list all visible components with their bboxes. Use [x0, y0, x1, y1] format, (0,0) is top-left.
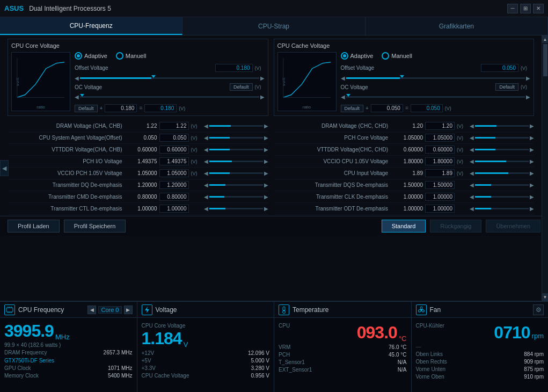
calc-input[interactable]: [105, 104, 137, 112]
manuell-radio[interactable]: [116, 52, 123, 60]
voltage-icon: [142, 304, 152, 315]
temperature-header: Temperature: [274, 302, 411, 318]
offset-slider[interactable]: [80, 77, 259, 79]
tx-cmd-input[interactable]: [159, 193, 189, 201]
tx-dq-input[interactable]: [159, 181, 189, 189]
core-nav-right[interactable]: ▶: [124, 306, 133, 314]
scroll-track[interactable]: [543, 44, 547, 292]
table-row: VCCIO PCH 1.05V Voltage 1.05000 (V) ◀ ▶: [8, 168, 268, 179]
oc-default-btn[interactable]: Default: [230, 83, 253, 91]
calc-result[interactable]: [144, 104, 177, 112]
cpu-core-volt-value: 1.184: [142, 329, 182, 348]
vccio-pch-input[interactable]: [159, 169, 189, 177]
oc-slider[interactable]: [80, 96, 259, 98]
plus5v-value: 5.000 V: [251, 358, 269, 364]
cache-offset-voltage-row: Offset Voltage (V): [341, 64, 531, 72]
dram-freq-label: DRAM Frequency: [4, 350, 47, 355]
cache-manuell-radio[interactable]: [382, 52, 389, 60]
cache-oc-slider-left[interactable]: ◀: [341, 94, 345, 100]
slider-left-arrow[interactable]: ◀: [75, 75, 79, 81]
dram-cha-slider: ◀ ▶: [204, 123, 268, 129]
tab-grafikkarten[interactable]: Grafikkarten: [366, 17, 548, 35]
table-row: DRAM Voltage (CHC, CHD) 1.20 (V) ◀ ▶: [274, 120, 535, 132]
core-nav-left[interactable]: ◀: [87, 306, 96, 314]
cache-calc-result[interactable]: [411, 104, 443, 112]
scroll-up-arrow[interactable]: ▲: [542, 35, 549, 43]
cache-oc-slider-right[interactable]: ▶: [526, 94, 530, 100]
offset-voltage-input[interactable]: [215, 64, 253, 72]
cache-slider-right[interactable]: ▶: [526, 75, 530, 81]
cpu-sav-input[interactable]: [159, 134, 189, 142]
oc-slider-right[interactable]: ▶: [260, 94, 265, 100]
temperature-title: Temperature: [293, 306, 328, 314]
dram-freq-row: DRAM Frequency 2657.3 MHz: [4, 350, 133, 355]
mem-clock-row: Memory Clock 5400 MHz: [4, 373, 133, 379]
vorne-oben-label: Vorne Oben: [416, 374, 444, 380]
fan-settings-button[interactable]: ⚙: [533, 304, 544, 315]
pch-io-input[interactable]: [159, 157, 189, 165]
dram-chc-input[interactable]: [425, 122, 455, 130]
cpu-freq-title: CPU Frequency: [18, 306, 64, 314]
cache-eq-label: =: [405, 105, 408, 111]
rueckgangig-button[interactable]: Rückgangig: [430, 220, 481, 233]
tx-dqs-input[interactable]: [425, 181, 455, 189]
left-voltage-table: DRAM Voltage (CHA, CHB) 1.22 (V) ◀ ▶ CPU…: [8, 120, 268, 215]
voltage-monitor-body: CPU Core Voltage 1.184 V +12V 12.096 V +…: [137, 318, 274, 392]
vorne-unten-label: Vorne Unten: [416, 366, 446, 372]
cpu-fan-label: CPU-Kühler: [416, 323, 444, 343]
calc-default-btn[interactable]: Default: [75, 105, 98, 112]
oc-slider-left[interactable]: ◀: [75, 94, 79, 100]
tx-ctl-input[interactable]: [159, 205, 189, 213]
scrollbar[interactable]: ▲ ▼: [542, 35, 548, 301]
vttddr-cha-input[interactable]: [159, 146, 189, 154]
scroll-thumb[interactable]: [543, 44, 547, 76]
cache-manuell-option[interactable]: Manuell: [382, 52, 412, 60]
uebernehmen-button[interactable]: Übernehmen: [486, 220, 540, 233]
standard-button[interactable]: Standard: [382, 220, 426, 233]
calc-unit: (V): [179, 106, 188, 111]
dram-cha-input[interactable]: [159, 122, 189, 130]
cache-slider-left[interactable]: ◀: [341, 75, 345, 81]
manuell-option[interactable]: Manuell: [116, 52, 147, 60]
profil-speichern-button[interactable]: Profil Speichern: [64, 220, 126, 233]
vttddr-chc-input[interactable]: [425, 146, 455, 154]
cache-offset-input[interactable]: [481, 64, 518, 72]
cache-offset-slider[interactable]: [346, 77, 525, 79]
close-button[interactable]: ✕: [533, 4, 544, 13]
tab-cpu-frequenz[interactable]: CPU-Frequenz: [0, 17, 182, 35]
cache-calc-unit: (V): [445, 106, 455, 111]
cpu-fan-row: CPU-Kühler 0710 rpm: [416, 323, 544, 343]
cpu-input-input[interactable]: [425, 169, 455, 177]
cache-calc-input[interactable]: [371, 104, 403, 112]
cache-manuell-label: Manuell: [391, 53, 412, 59]
maximize-button[interactable]: ⊞: [520, 4, 531, 13]
cpu-temp-unit: °C: [399, 335, 407, 343]
tx-odt-input[interactable]: [425, 205, 455, 213]
cache-oc-slider[interactable]: [346, 96, 525, 98]
plus12v-row: +12V 12.096 V: [142, 350, 270, 356]
cache-adaptive-option[interactable]: Adaptive: [341, 52, 374, 60]
scroll-down-arrow[interactable]: ▼: [542, 293, 549, 301]
slider-right-arrow[interactable]: ▶: [260, 75, 265, 81]
vrm-temp-row: VRM 76.0 °C: [279, 344, 407, 350]
cache-oc-default-btn[interactable]: Default: [495, 83, 518, 91]
side-nav-left[interactable]: ◀: [0, 160, 9, 176]
gpu-clock-value: 1071 MHz: [108, 365, 133, 371]
adaptive-option[interactable]: Adaptive: [75, 52, 107, 60]
pch-core-input[interactable]: [425, 134, 455, 142]
cache-adaptive-radio[interactable]: [341, 52, 348, 60]
table-row: VTTDDR Voltage(CHC, CHD) 0.60000 (V) ◀ ▶: [274, 144, 535, 156]
minimize-button[interactable]: ─: [507, 4, 518, 13]
tx-clk-input[interactable]: [425, 193, 455, 201]
adaptive-radio[interactable]: [75, 52, 82, 60]
cache-calc-default-btn[interactable]: Default: [341, 105, 364, 112]
vccio-cpu-input[interactable]: [425, 157, 455, 165]
cpu-frequency-panel: CPU Frequency ◀ Core 0 ▶ 3995.9 MHz 99.9…: [0, 302, 137, 392]
eq-label: =: [139, 105, 142, 111]
table-row: Transmitter CTL De-emphasis 1.00000 ◀ ▶: [8, 203, 268, 215]
cpu-freq-header: CPU Frequency ◀ Core 0 ▶: [0, 302, 137, 318]
profil-laden-button[interactable]: Profil Laden: [8, 220, 60, 233]
plus5v-label: +5V: [142, 358, 151, 364]
cache-calc-row: Default + = (V): [341, 104, 531, 112]
tab-cpu-strap[interactable]: CPU-Strap: [182, 17, 365, 35]
